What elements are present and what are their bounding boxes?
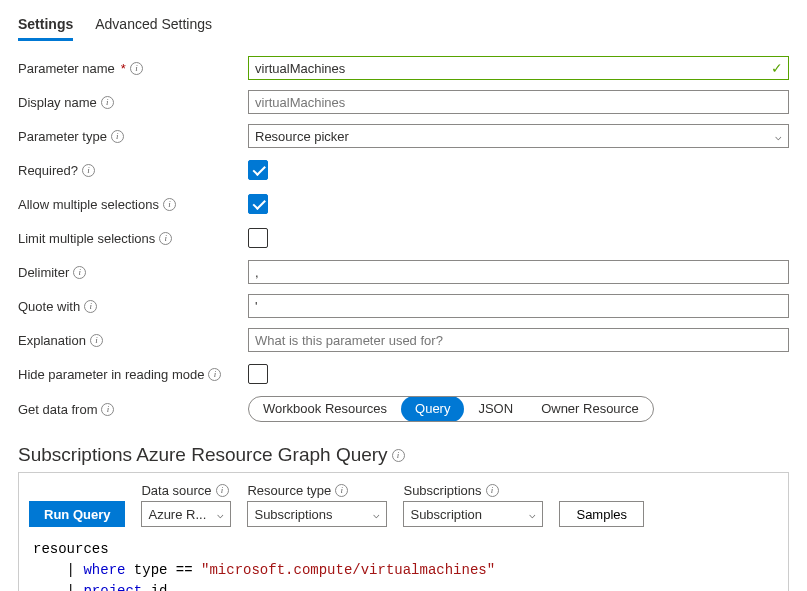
tabs-bar: Settings Advanced Settings <box>18 12 789 42</box>
label-explanation: Explanation <box>18 333 86 348</box>
section-title: Subscriptions Azure Resource Graph Query… <box>18 444 789 466</box>
query-toolbar: Run Query Data sourcei Azure R...⌵ Resou… <box>29 481 778 527</box>
row-quote-with: Quote with i <box>18 294 789 318</box>
pill-owner-resource[interactable]: Owner Resource <box>527 396 653 422</box>
info-icon[interactable]: i <box>90 334 103 347</box>
data-source-value: Azure R... <box>148 507 206 522</box>
tab-advanced[interactable]: Advanced Settings <box>95 12 212 41</box>
info-icon[interactable]: i <box>84 300 97 313</box>
info-icon[interactable]: i <box>159 232 172 245</box>
label-get-data: Get data from <box>18 402 97 417</box>
chevron-down-icon: ⌵ <box>373 508 380 521</box>
label-data-source: Data source <box>141 483 211 498</box>
code-token: | <box>67 583 84 591</box>
delimiter-input[interactable] <box>248 260 789 284</box>
info-icon[interactable]: i <box>216 484 229 497</box>
pill-query[interactable]: Query <box>401 396 464 422</box>
code-string: "microsoft.compute/virtualmachines" <box>201 562 495 578</box>
chevron-down-icon: ⌵ <box>775 130 782 143</box>
pill-json[interactable]: JSON <box>464 396 527 422</box>
row-get-data: Get data from i Workbook Resources Query… <box>18 396 789 422</box>
param-name-input[interactable] <box>248 56 789 80</box>
label-display-name: Display name <box>18 95 97 110</box>
label-hide-param: Hide parameter in reading mode <box>18 367 204 382</box>
code-token: resources <box>33 541 109 557</box>
limit-multi-checkbox[interactable] <box>248 228 268 248</box>
label-param-name: Parameter name <box>18 61 115 76</box>
resource-type-select[interactable]: Subscriptions⌵ <box>247 501 387 527</box>
info-icon[interactable]: i <box>208 368 221 381</box>
pill-workbook-resources[interactable]: Workbook Resources <box>249 396 401 422</box>
resource-type-value: Subscriptions <box>254 507 332 522</box>
explanation-input[interactable] <box>248 328 789 352</box>
info-icon[interactable]: i <box>163 198 176 211</box>
param-type-select[interactable]: Resource picker ⌵ <box>248 124 789 148</box>
info-icon[interactable]: i <box>392 449 405 462</box>
info-icon[interactable]: i <box>486 484 499 497</box>
label-resource-type: Resource type <box>247 483 331 498</box>
info-icon[interactable]: i <box>111 130 124 143</box>
info-icon[interactable]: i <box>73 266 86 279</box>
label-delimiter: Delimiter <box>18 265 69 280</box>
row-allow-multi: Allow multiple selections i <box>18 192 789 216</box>
row-display-name: Display name i <box>18 90 789 114</box>
code-token: | <box>67 562 84 578</box>
label-limit-multi: Limit multiple selections <box>18 231 155 246</box>
row-hide-param: Hide parameter in reading mode i <box>18 362 789 386</box>
hide-param-checkbox[interactable] <box>248 364 268 384</box>
row-explanation: Explanation i <box>18 328 789 352</box>
row-required: Required? i <box>18 158 789 182</box>
chevron-down-icon: ⌵ <box>529 508 536 521</box>
row-delimiter: Delimiter i <box>18 260 789 284</box>
row-limit-multi: Limit multiple selections i <box>18 226 789 250</box>
samples-button[interactable]: Samples <box>559 501 644 527</box>
required-asterisk: * <box>121 61 126 76</box>
param-type-value: Resource picker <box>255 129 349 144</box>
info-icon[interactable]: i <box>335 484 348 497</box>
data-source-select[interactable]: Azure R...⌵ <box>141 501 231 527</box>
allow-multi-checkbox[interactable] <box>248 194 268 214</box>
info-icon[interactable]: i <box>101 96 114 109</box>
label-required: Required? <box>18 163 78 178</box>
run-query-button[interactable]: Run Query <box>29 501 125 527</box>
display-name-input[interactable] <box>248 90 789 114</box>
label-quote-with: Quote with <box>18 299 80 314</box>
code-token: type == <box>125 562 201 578</box>
subscriptions-value: Subscription <box>410 507 482 522</box>
query-panel: Run Query Data sourcei Azure R...⌵ Resou… <box>18 472 789 591</box>
quote-with-input[interactable] <box>248 294 789 318</box>
label-subscriptions: Subscriptions <box>403 483 481 498</box>
code-keyword: project <box>83 583 142 591</box>
required-checkbox[interactable] <box>248 160 268 180</box>
row-param-name: Parameter name * i ✓ <box>18 56 789 80</box>
query-editor[interactable]: resources | where type == "microsoft.com… <box>29 535 778 591</box>
row-param-type: Parameter type i Resource picker ⌵ <box>18 124 789 148</box>
section-title-text: Subscriptions Azure Resource Graph Query <box>18 444 388 466</box>
info-icon[interactable]: i <box>130 62 143 75</box>
chevron-down-icon: ⌵ <box>217 508 224 521</box>
label-param-type: Parameter type <box>18 129 107 144</box>
code-keyword: where <box>83 562 125 578</box>
code-token: id <box>142 583 167 591</box>
info-icon[interactable]: i <box>101 403 114 416</box>
subscriptions-select[interactable]: Subscription⌵ <box>403 501 543 527</box>
tab-settings[interactable]: Settings <box>18 12 73 41</box>
label-allow-multi: Allow multiple selections <box>18 197 159 212</box>
info-icon[interactable]: i <box>82 164 95 177</box>
data-source-pills: Workbook Resources Query JSON Owner Reso… <box>248 396 654 422</box>
